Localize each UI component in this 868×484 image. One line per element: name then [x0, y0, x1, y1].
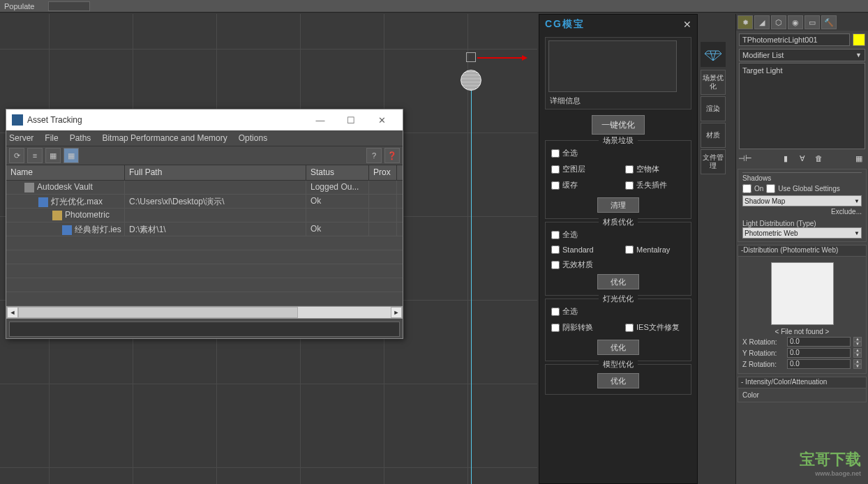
preview-label: 详细信息: [550, 96, 581, 106]
cg-side-tabs: 场景优化 渲染 材质 文件管理: [701, 42, 726, 176]
empty-object-checkbox[interactable]: 空物体: [625, 164, 685, 174]
table-row[interactable]: 灯光优化.max C:\Users\xl\Desktop\演示\ Ok: [6, 195, 403, 209]
tb-info-icon[interactable]: ❓: [384, 148, 400, 163]
scroll-right-icon[interactable]: ►: [391, 307, 402, 318]
one-click-optimize-button[interactable]: 一键优化: [592, 115, 645, 135]
optimize-button[interactable]: 优化: [597, 373, 639, 388]
light-dist-dropdown[interactable]: Photometric Web▼: [742, 227, 862, 239]
intensity-rollout: - Intensity/Color/Attenuation Color: [738, 377, 867, 402]
minimize-button[interactable]: —: [305, 110, 336, 130]
file-icon: [62, 225, 72, 235]
tab-material[interactable]: 材质: [701, 123, 726, 148]
menu-server[interactable]: Server: [9, 133, 33, 143]
modifier-stack[interactable]: Target Light: [739, 63, 865, 149]
exclude-link[interactable]: Exclude...: [742, 208, 862, 215]
hierarchy-tab-icon[interactable]: ⬡: [771, 15, 786, 29]
menu-file[interactable]: File: [45, 133, 58, 143]
col-status[interactable]: Status: [306, 165, 369, 180]
modify-tab-icon[interactable]: ◢: [754, 15, 770, 29]
spinner-buttons[interactable]: ▲▼: [853, 359, 862, 369]
cg-close-icon[interactable]: ✕: [683, 19, 691, 30]
light-object[interactable]: [461, 70, 481, 91]
object-color-swatch[interactable]: [853, 33, 865, 46]
select-all-checkbox[interactable]: 全选: [551, 229, 685, 240]
cg-logo: CG模宝: [545, 18, 585, 31]
motion-tab-icon[interactable]: ◉: [788, 15, 803, 29]
menubar: Server File Paths Bitmap Performance and…: [6, 130, 403, 146]
mentalray-checkbox[interactable]: Mentalray: [625, 245, 685, 254]
configure-icon[interactable]: ▦: [853, 152, 865, 165]
remove-icon[interactable]: 🗑: [813, 152, 825, 165]
menu-options[interactable]: Options: [239, 133, 267, 143]
object-name-input[interactable]: [739, 33, 850, 46]
scroll-thumb[interactable]: [18, 307, 298, 318]
tb-tree-icon[interactable]: ▦: [45, 148, 61, 163]
light-target[interactable]: [466, 52, 476, 62]
show-end-icon[interactable]: ▮: [779, 152, 792, 165]
asset-toolbar: ⟳ ≡ ▦ ▦ ? ❓: [6, 146, 403, 165]
table-row[interactable]: 经典射灯.ies D:\素材\1\ Ok: [6, 222, 403, 236]
global-settings-checkbox[interactable]: [766, 184, 775, 193]
utilities-tab-icon[interactable]: 🔨: [821, 15, 837, 29]
table-row[interactable]: Autodesk Vault Logged Ou...: [6, 181, 403, 195]
optimize-button[interactable]: 优化: [597, 340, 639, 355]
command-tabs: ✹ ◢ ⬡ ◉ ▭ 🔨: [736, 14, 868, 31]
light-ray: [471, 91, 472, 484]
select-all-checkbox[interactable]: 全选: [551, 306, 685, 317]
distribution-rollout: -Distribution (Photometric Web) < File n…: [738, 245, 867, 374]
scene-trash-section: 场景垃圾 全选 空图层 空物体 缓存 丢失插件 清理: [545, 140, 691, 219]
menu-bitmap[interactable]: Bitmap Performance and Memory: [102, 133, 227, 143]
scroll-left-icon[interactable]: ◄: [7, 307, 18, 318]
asset-titlebar[interactable]: Asset Tracking — ☐ ✕: [6, 109, 403, 130]
asset-tracking-window: Asset Tracking — ☐ ✕ Server File Paths B…: [6, 109, 403, 339]
tb-help-icon[interactable]: ?: [366, 148, 382, 163]
command-panel: ✹ ◢ ⬡ ◉ ▭ 🔨 Modifier List▼ Target Light …: [735, 14, 868, 484]
ies-repair-checkbox[interactable]: IES文件修复: [625, 322, 685, 333]
create-tab-icon[interactable]: ✹: [738, 15, 753, 29]
shadow-map-dropdown[interactable]: Shadow Map▼: [742, 195, 862, 206]
tab-render[interactable]: 渲染: [701, 96, 726, 121]
populate-dropdown[interactable]: [48, 1, 90, 11]
tab-file-mgmt[interactable]: 文件管理: [701, 149, 726, 174]
tab-scene-opt[interactable]: 场景优化: [701, 70, 726, 95]
tb-grid-icon[interactable]: ▦: [63, 148, 79, 163]
display-tab-icon[interactable]: ▭: [805, 15, 820, 29]
select-all-checkbox[interactable]: 全选: [551, 148, 685, 158]
table-row[interactable]: Photometric: [6, 209, 403, 222]
file-not-found-label: < File not found >: [742, 328, 862, 335]
missing-plugin-checkbox[interactable]: 丢失插件: [625, 180, 685, 190]
horizontal-scrollbar[interactable]: ◄ ►: [6, 306, 403, 319]
make-unique-icon[interactable]: ∀: [796, 152, 809, 165]
table-header: Name Full Path Status Prox: [6, 165, 403, 181]
empty-layer-checkbox[interactable]: 空图层: [551, 164, 611, 174]
modifier-list-dropdown[interactable]: Modifier List▼: [739, 49, 865, 61]
tb-list-icon[interactable]: ≡: [27, 148, 43, 163]
menu-paths[interactable]: Paths: [70, 133, 91, 143]
optimize-button[interactable]: 优化: [597, 274, 639, 289]
shadows-on-checkbox[interactable]: [742, 184, 751, 193]
maximize-button[interactable]: ☐: [336, 110, 366, 130]
standard-checkbox[interactable]: Standard: [551, 245, 611, 254]
shadow-convert-checkbox[interactable]: 阴影转换: [551, 322, 611, 333]
z-rotation-input[interactable]: 0.0: [787, 359, 851, 369]
col-name[interactable]: Name: [6, 165, 125, 180]
clean-button[interactable]: 清理: [597, 197, 639, 213]
preview-area: 详细信息: [545, 37, 691, 109]
photometric-web-preview[interactable]: [771, 262, 834, 325]
spinner-buttons[interactable]: ▲▼: [853, 348, 862, 358]
model-opt-section: 模型优化 优化: [545, 364, 691, 395]
cg-panel: CG模宝 ✕ 详细信息 一键优化 场景垃圾 全选 空图层 空物体 缓存 丢失插件…: [539, 14, 698, 484]
col-proxy[interactable]: Prox: [369, 165, 397, 180]
y-rotation-input[interactable]: 0.0: [787, 348, 851, 358]
col-path[interactable]: Full Path: [125, 165, 306, 180]
diamond-icon[interactable]: [701, 42, 726, 67]
pin-icon[interactable]: ⊣⊢: [739, 152, 751, 165]
spinner-buttons[interactable]: ▲▼: [853, 337, 862, 347]
close-button[interactable]: ✕: [366, 110, 397, 130]
invalid-mat-checkbox[interactable]: 无效材质: [551, 259, 685, 270]
asset-path-input[interactable]: [9, 322, 400, 337]
cache-checkbox[interactable]: 缓存: [551, 180, 611, 190]
app-icon: [12, 114, 23, 126]
x-rotation-input[interactable]: 0.0: [787, 337, 851, 347]
tb-refresh-icon[interactable]: ⟳: [9, 148, 24, 163]
